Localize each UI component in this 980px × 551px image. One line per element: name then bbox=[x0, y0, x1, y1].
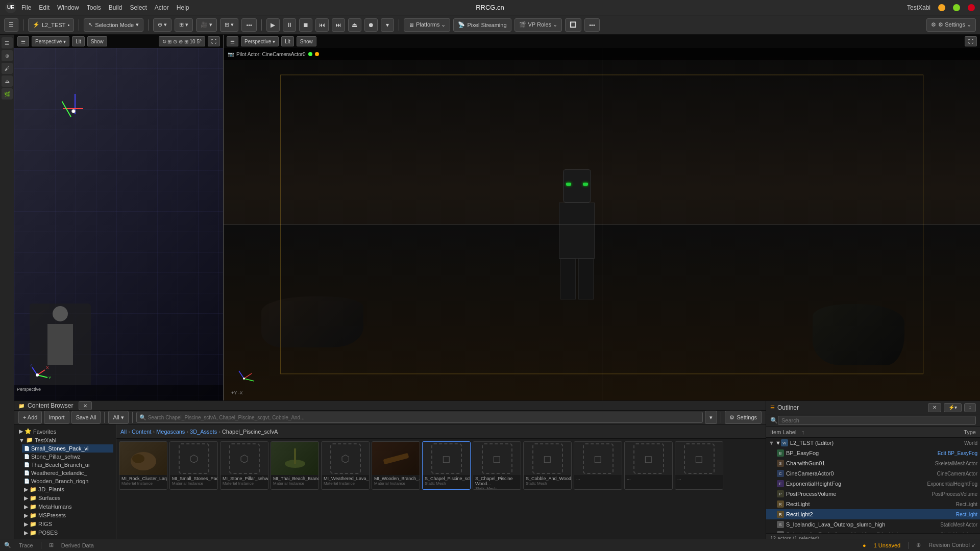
revision-control-label[interactable]: Revision Control ↙ bbox=[928, 542, 976, 548]
cb-item-rock-cluster[interactable]: MI_Rock_Cluster_Larg... Material Instanc… bbox=[119, 441, 167, 490]
eject-button[interactable]: ⏏ bbox=[348, 18, 361, 32]
cb-item-small-stones[interactable]: ⬡ MI_Small_Stones_Pack... Material Insta… bbox=[169, 441, 218, 490]
more-button[interactable]: ••• bbox=[241, 18, 257, 32]
toolbar-extra[interactable]: 🔳 bbox=[565, 18, 581, 32]
cb-import-btn[interactable]: Import bbox=[44, 411, 69, 424]
vp-maximize-btn[interactable]: ⛶ bbox=[208, 36, 220, 46]
cb-add-btn[interactable]: + Add bbox=[18, 411, 42, 424]
viewport-camera[interactable]: ☰ Perspective ▾ Lit Show ⛶ 📷 Pilot Actor… bbox=[224, 35, 980, 400]
skip-button[interactable]: ⏸ bbox=[283, 18, 296, 32]
outliner-row-world[interactable]: ▼ ▼ W L2_TEST (Editor) World bbox=[766, 438, 980, 448]
record-button[interactable]: ⏺ bbox=[364, 18, 378, 32]
tree-3d-plants[interactable]: ▶ 📁 3D_Plants bbox=[22, 485, 113, 494]
tree-poses[interactable]: ▶ 📁 POSES bbox=[22, 529, 113, 537]
cb-search-input[interactable] bbox=[136, 412, 703, 423]
hamburger-button[interactable]: ☰ bbox=[4, 18, 18, 32]
unsaved-label[interactable]: 1 Unsaved bbox=[874, 542, 901, 548]
menu-edit[interactable]: Edit bbox=[39, 4, 50, 11]
path-3d-assets[interactable]: 3D_Assets bbox=[190, 429, 217, 435]
outliner-row-exp-fog[interactable]: E ExponentialHeightFog ExponentialHeight… bbox=[766, 479, 980, 489]
outliner-sort-btn[interactable]: ↕ bbox=[964, 403, 976, 412]
vp-right-show-btn[interactable]: Show bbox=[297, 36, 316, 46]
vp-right-hamburger[interactable]: ☰ bbox=[227, 36, 238, 46]
cb-item-wooden-branch[interactable]: MI_Wooden_Branch_... Material Instance bbox=[372, 441, 420, 490]
cb-item-empty-3[interactable]: ◻ ... bbox=[675, 441, 723, 490]
camera-button[interactable]: 🎥 ▾ bbox=[196, 18, 217, 32]
path-chapel[interactable]: Chapel_Piscine_scfvA bbox=[222, 429, 278, 435]
outliner-row-cine-camera[interactable]: C CineCameraActor0 CineCameraActor bbox=[766, 468, 980, 479]
menu-file[interactable]: File bbox=[21, 4, 31, 11]
play-button[interactable]: ▶ bbox=[266, 18, 280, 32]
menu-tools[interactable]: Tools bbox=[87, 4, 101, 11]
trace-label[interactable]: Trace bbox=[19, 542, 33, 548]
mode-landscape[interactable]: ⛰ bbox=[2, 76, 13, 87]
derived-data-label[interactable]: Derived Data bbox=[61, 542, 94, 548]
cb-item-thai-beach[interactable]: MI_Thai_Beach_Branch... Material Instanc… bbox=[271, 441, 319, 490]
selection-mode-button[interactable]: ↖ Selection Mode ▾ bbox=[84, 18, 143, 32]
cb-close-btn[interactable]: ✕ bbox=[79, 401, 92, 410]
outliner-close-btn[interactable]: ✕ bbox=[928, 403, 941, 412]
path-megascans[interactable]: Megascans bbox=[156, 429, 185, 435]
cb-item-weathered-lava[interactable]: ⬡ MI_Weathered_Lava_... Material Instanc… bbox=[321, 441, 370, 490]
platforms-button[interactable]: 🖥 Platforms ⌄ bbox=[404, 18, 451, 32]
cb-item-empty-2[interactable]: ◻ ... bbox=[624, 441, 673, 490]
vp-icons-btn[interactable]: ↻ ⊞ ⊙ ⊛ ⊞ 10 5° bbox=[159, 36, 205, 46]
path-content[interactable]: Content bbox=[132, 429, 152, 435]
window-maximize[interactable] bbox=[953, 4, 960, 11]
cb-all-btn[interactable]: All ▾ bbox=[108, 411, 128, 424]
prev-button[interactable]: ⏮ bbox=[315, 18, 329, 32]
mode-paint[interactable]: 🖌 bbox=[2, 63, 13, 74]
vp-right-lit-btn[interactable]: Lit bbox=[281, 36, 294, 46]
window-close[interactable] bbox=[968, 4, 975, 11]
outliner-filter-btn[interactable]: ⚡▾ bbox=[944, 403, 962, 412]
viewport-perspective[interactable]: ☰ Perspective ▾ Lit Show ↻ ⊞ ⊙ ⊛ ⊞ 10 5°… bbox=[14, 35, 224, 400]
outliner-search-input[interactable] bbox=[778, 416, 976, 425]
cb-filter-btn[interactable]: ▾ bbox=[705, 411, 717, 424]
menu-build[interactable]: Build bbox=[109, 4, 122, 11]
tree-surfaces[interactable]: ▶ 📁 Surfaces bbox=[22, 494, 113, 503]
vp-show-btn[interactable]: Show bbox=[87, 36, 107, 46]
vp-roles-button[interactable]: 🎬 VP Roles ⌄ bbox=[514, 18, 562, 32]
tree-rigs[interactable]: ▶ 📁 RIGS bbox=[22, 520, 113, 529]
cb-item-chapel-wood[interactable]: ◻ S_Chapel_Piscine Wood... Static Mesh bbox=[473, 441, 521, 490]
cb-save-all-btn[interactable]: Save All bbox=[71, 411, 101, 424]
menu-actor[interactable]: Actor bbox=[155, 4, 169, 11]
outliner-row-bp-easy-fog[interactable]: B BP_EasyFog Edit BP_EasyFog bbox=[766, 448, 980, 458]
vp-lit-btn[interactable]: Lit bbox=[72, 36, 85, 46]
next-button[interactable]: ⏭ bbox=[332, 18, 345, 32]
tree-stone-pillar[interactable]: 📄 Stone_Pillar_sehwz bbox=[22, 453, 113, 461]
settings2-button[interactable]: ▾ bbox=[381, 18, 394, 32]
transform-button[interactable]: ⊕ ▾ bbox=[153, 18, 172, 32]
menu-select[interactable]: Select bbox=[130, 4, 146, 11]
tree-favorites[interactable]: ▶ ⭐ Favorites bbox=[17, 427, 113, 436]
cb-item-cobble-wood[interactable]: ◻ S_Cobble_And_Wood... Static Mesh bbox=[523, 441, 572, 490]
tree-small-stones[interactable]: 📄 Small_Stones_Pack_vi bbox=[22, 444, 113, 453]
menu-window[interactable]: Window bbox=[57, 4, 79, 11]
tree-metahumans[interactable]: ▶ 📁 MetaHumans bbox=[22, 503, 113, 511]
settings-button[interactable]: ⚙ ⚙ Settings ⌄ bbox=[926, 18, 976, 32]
outliner-row-charwithgun[interactable]: S CharwithGun01 SkeletalMeshActor bbox=[766, 458, 980, 468]
outliner-row-rectlight1[interactable]: R RectLight RectLight bbox=[766, 499, 980, 509]
mode-place[interactable]: ⊕ bbox=[2, 50, 13, 61]
tree-weathered[interactable]: 📄 Weathered_Icelandic_ bbox=[22, 469, 113, 477]
tree-wooden[interactable]: 📄 Wooden_Branch_riogn bbox=[22, 477, 113, 485]
menu-help[interactable]: Help bbox=[177, 4, 189, 11]
tree-mspresets[interactable]: ▶ 📁 MSPresets bbox=[22, 511, 113, 520]
outliner-row-rock-assembly[interactable]: S S_Icelandic_Rock_Assembly_tdbmcflda_hi… bbox=[766, 530, 980, 533]
cb-item-stone-pillar[interactable]: ⬡ MI_Stone_Pillar_sehwz... Material Inst… bbox=[220, 441, 268, 490]
vp-right-perspective-btn[interactable]: Perspective ▾ bbox=[241, 36, 279, 46]
outliner-row-ppv[interactable]: P PostProcessVolume PostProcessVolume bbox=[766, 489, 980, 499]
outliner-row-rectlight2[interactable]: R RectLight2 RectLight bbox=[766, 509, 980, 519]
vp-right-maximize-btn[interactable]: ⛶ bbox=[965, 36, 977, 46]
level-name[interactable]: ⚡ L2_TEST • bbox=[28, 18, 74, 32]
cb-item-chapel-piscine[interactable]: ◻ S_Chapel_Piscine_scfvA Static Mesh bbox=[422, 441, 471, 490]
outliner-row-lava-outcrop[interactable]: S S_Icelandic_Lava_Outcrop_slumo_high St… bbox=[766, 519, 980, 530]
tree-testxabi[interactable]: ▼ 📁 TestXabi bbox=[17, 436, 113, 444]
cb-settings-btn[interactable]: ⚙ Settings bbox=[725, 411, 762, 424]
tree-thai-beach[interactable]: 📄 Thai_Beach_Branch_ui bbox=[22, 461, 113, 469]
vp-hamburger[interactable]: ☰ bbox=[17, 36, 29, 46]
mode-foliage[interactable]: 🌿 bbox=[2, 88, 13, 99]
mode-select[interactable]: ☰ bbox=[2, 37, 13, 48]
pixel-streaming-button[interactable]: 📡 Pixel Streaming bbox=[453, 18, 511, 32]
vp-perspective-btn[interactable]: Perspective ▾ bbox=[32, 36, 69, 46]
